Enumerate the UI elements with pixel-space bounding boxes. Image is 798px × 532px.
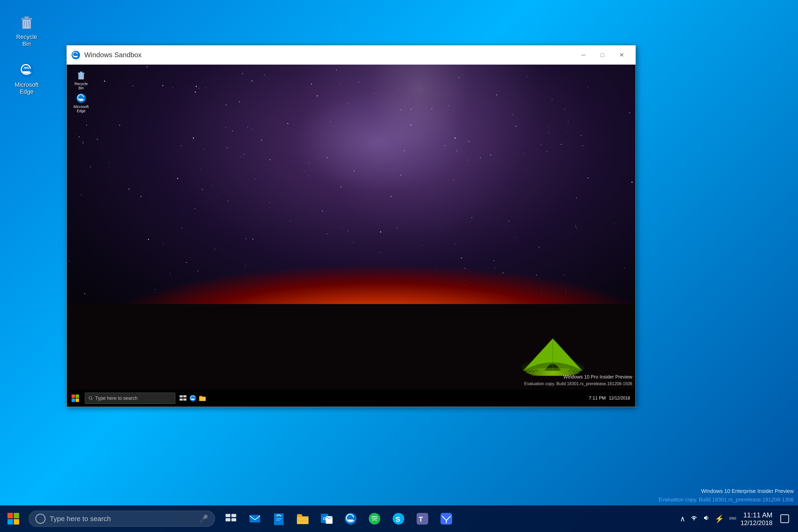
svg-rect-37 — [231, 518, 236, 521]
svg-rect-27 — [183, 398, 187, 401]
close-button[interactable]: ✕ — [612, 45, 631, 65]
sandbox-edge-label: Microsoft Edge — [72, 104, 91, 113]
yammer-button[interactable] — [436, 508, 457, 529]
battery-icon[interactable]: ⚡ — [715, 514, 724, 523]
sandbox-clock-date: 12/12/2018 — [609, 395, 630, 401]
svg-text:S: S — [396, 515, 400, 523]
search-bar[interactable]: Type here to search 🎤 — [29, 511, 215, 527]
sound-icon[interactable] — [703, 514, 710, 524]
svg-rect-41 — [276, 520, 280, 521]
microphone-icon[interactable]: 🎤 — [199, 514, 208, 523]
svg-rect-36 — [226, 518, 230, 521]
svg-rect-34 — [226, 514, 230, 517]
svg-point-22 — [89, 396, 92, 399]
eval-banner: Windows 10 Enterprise Insider Preview Ev… — [659, 487, 798, 504]
svg-rect-40 — [276, 519, 281, 519]
search-placeholder: Type here to search — [50, 515, 111, 523]
mail-button[interactable] — [244, 508, 265, 529]
system-tray: ∧ ⚡ ENG — [674, 506, 798, 532]
svg-rect-33 — [14, 519, 19, 525]
start-button[interactable] — [0, 506, 26, 532]
sandbox-start-button[interactable] — [67, 390, 84, 407]
svg-text:O: O — [323, 517, 326, 521]
sandbox-recycle-bin-image — [75, 70, 87, 81]
svg-rect-32 — [7, 519, 13, 525]
svg-rect-30 — [7, 513, 13, 518]
recycle-bin-icon[interactable]: Recycle Bin — [11, 11, 42, 50]
tray-icons: ∧ ⚡ ENG — [680, 514, 736, 524]
microsoft-edge-icon[interactable]: Microsoft Edge — [11, 58, 42, 97]
sandbox-system-tray: 7:11 PM 12/12/2018 — [584, 390, 635, 407]
svg-point-47 — [369, 513, 380, 525]
sandbox-desktop-content: Recycle Bin Microsoft Edge Windows 10 Pr — [67, 65, 635, 407]
svg-rect-42 — [297, 517, 308, 524]
svg-text:ENG: ENG — [729, 517, 736, 520]
svg-rect-54 — [781, 515, 789, 523]
svg-rect-25 — [183, 395, 187, 397]
task-view-button[interactable] — [220, 508, 242, 529]
spotify-button[interactable] — [364, 508, 385, 529]
sandbox-edge-icon[interactable]: Microsoft Edge — [71, 91, 92, 114]
eval-line2: Evaluation copy. Build 18301.rs_prerelea… — [659, 495, 794, 504]
sandbox-eval-line1: Windows 10 Pro Insider Preview — [524, 374, 632, 381]
svg-rect-29 — [199, 397, 206, 401]
edge-label: Microsoft Edge — [13, 81, 40, 95]
sandbox-search-bar[interactable]: Type here to search — [85, 393, 175, 404]
sandbox-recycle-label: Recycle Bin — [72, 82, 91, 90]
sandbox-window: Windows Sandbox ─ □ ✕ — [66, 45, 636, 407]
sandbox-eval-line2: Evaluation copy. Build 18301.rs_prerelea… — [524, 381, 632, 387]
svg-rect-24 — [179, 395, 183, 397]
maximize-button[interactable]: □ — [593, 45, 612, 65]
skype-button[interactable]: S — [388, 508, 409, 529]
search-circle-icon — [35, 514, 45, 524]
sandbox-clock-time: 7:11 PM — [589, 395, 606, 401]
sandbox-edge-image — [75, 92, 87, 104]
main-taskbar: Type here to search 🎤 — [0, 506, 798, 532]
svg-rect-2 — [24, 17, 29, 19]
window-title: Windows Sandbox — [84, 51, 574, 59]
sandbox-desktop: Recycle Bin Microsoft Edge Windows 10 Pr — [67, 65, 635, 407]
language-icon[interactable]: ENG — [729, 514, 736, 524]
minimize-button[interactable]: ─ — [574, 45, 593, 65]
sandbox-taskbar-icons — [179, 395, 206, 402]
eval-line1: Windows 10 Enterprise Insider Preview — [659, 487, 794, 495]
window-titlebar: Windows Sandbox ─ □ ✕ — [67, 45, 635, 65]
recycle-bin-image — [17, 13, 36, 32]
clock-time: 11:11 AM — [743, 511, 773, 519]
svg-rect-21 — [76, 398, 79, 402]
svg-text:T: T — [419, 515, 423, 523]
svg-rect-19 — [76, 395, 79, 398]
desktop: Recycle Bin Microsoft Edge Windows Sandb… — [0, 0, 798, 532]
window-controls: ─ □ ✕ — [574, 45, 631, 65]
svg-line-23 — [91, 399, 93, 400]
svg-rect-38 — [249, 515, 260, 522]
network-icon[interactable] — [690, 514, 698, 524]
outlook-button[interactable]: O — [316, 508, 337, 529]
chevron-up-icon[interactable]: ∧ — [680, 514, 685, 523]
sandbox-title-icon — [71, 50, 81, 60]
tent — [515, 323, 590, 376]
teams-button[interactable]: T — [412, 508, 433, 529]
svg-rect-35 — [231, 514, 236, 517]
svg-rect-31 — [14, 513, 19, 518]
store-button[interactable] — [268, 508, 289, 529]
clock-date: 12/12/2018 — [741, 519, 773, 527]
file-explorer-button[interactable] — [292, 508, 314, 529]
svg-rect-26 — [179, 398, 183, 401]
sandbox-search-placeholder: Type here to search — [95, 396, 137, 401]
svg-rect-18 — [72, 395, 75, 398]
recycle-bin-label: Recycle Bin — [13, 34, 40, 48]
svg-rect-20 — [72, 398, 75, 402]
clock[interactable]: 11:11 AM 12/12/2018 — [741, 511, 773, 527]
sandbox-recycle-bin-icon[interactable]: Recycle Bin — [71, 68, 92, 91]
notification-button[interactable] — [777, 511, 793, 527]
sandbox-eval-text: Windows 10 Pro Insider Preview Evaluatio… — [524, 374, 632, 387]
taskbar-app-icons: O — [220, 508, 457, 529]
edge-image — [17, 61, 36, 80]
edge-taskbar-button[interactable] — [340, 508, 361, 529]
sandbox-taskbar: Type here to search — [67, 390, 635, 407]
svg-rect-13 — [80, 72, 82, 73]
